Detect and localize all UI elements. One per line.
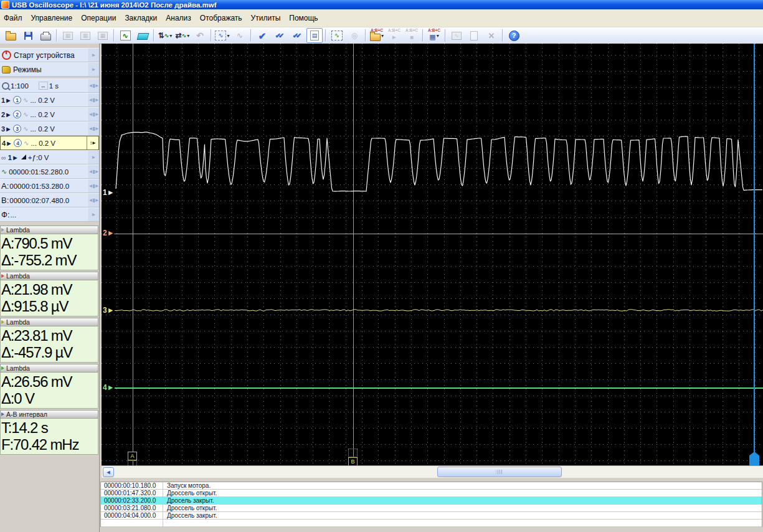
expand-arrow-icon[interactable]: ► (87, 151, 99, 164)
row-value[interactable]: 00000:02:07.480.0 (9, 197, 69, 204)
window-title: USB Oscilloscope - I:\ \21 июня 2014\О2 … (12, 1, 217, 9)
menu-item-Операции[interactable]: Операции (77, 12, 121, 24)
event-row-4[interactable]: 00000:03:21.080.0Дроссель открыт. (101, 505, 762, 512)
position-cursor-line[interactable] (754, 44, 755, 465)
channel-badge-icon[interactable]: 4 (14, 139, 22, 147)
event-row-3[interactable]: 00000:02:33.200.0Дросель закрыт. (101, 497, 762, 505)
sidebar-row-marker-a-time[interactable]: A:00000:01:53.280.0◄▮► (0, 179, 99, 193)
accept-next-button[interactable]: ✔✔ (289, 28, 305, 43)
waveform-traces (102, 44, 763, 465)
panel-header[interactable]: Lambda (0, 364, 98, 373)
event-time: 00000:02:33.200.0 (101, 497, 163, 504)
print-button[interactable] (37, 28, 54, 43)
dropdown-arrow-icon[interactable]: ▾ (227, 33, 229, 39)
channel-adjust-icon[interactable]: ◄▮► (87, 108, 99, 121)
oscilloscope-display[interactable]: 1►2►3►4►AB (102, 44, 763, 465)
event-row-6[interactable] (101, 520, 762, 527)
menu-item-Утилиты[interactable]: Утилиты (247, 12, 286, 24)
marker-a-handle[interactable] (128, 460, 137, 465)
menu-item-Управление[interactable]: Управление (27, 12, 78, 24)
trigger-slope-icon[interactable] (21, 154, 26, 159)
menu-item-Файл[interactable]: Файл (0, 12, 27, 24)
marker-b-label[interactable]: B (348, 457, 358, 465)
channel-adjust-icon[interactable]: ◄▮► (87, 122, 99, 135)
channel-adjust-icon[interactable]: ↕► (87, 136, 98, 150)
adjust-arrows-icon[interactable]: ◄▮► (87, 194, 99, 207)
abc-panel-button[interactable]: ▦A:B+C▾ (426, 28, 442, 43)
marker-a-label[interactable]: A (128, 452, 137, 460)
expand-arrow-icon[interactable]: ► (87, 49, 99, 62)
expand-arrow-icon[interactable]: ► (87, 63, 99, 76)
channel-adjust-icon[interactable]: ◄▮► (87, 93, 99, 107)
time-per-div[interactable]: 1 s (49, 82, 59, 90)
measure-panel-4: LambdaA:26.56 mVΔ:0 V (0, 364, 98, 409)
scroll-left-button[interactable]: ◄ (103, 467, 114, 477)
scroll-thumb[interactable] (437, 467, 562, 477)
menu-item-Анализ[interactable]: Анализ (162, 12, 196, 24)
sidebar-row-channel-1[interactable]: 1►1∿... 0.2 V◄▮► (0, 93, 99, 107)
dropdown-arrow-icon[interactable]: ▾ (169, 33, 172, 39)
channel-scale[interactable]: ... 0.2 V (30, 125, 55, 133)
sidebar-row-channel-3[interactable]: 3►3∿... 0.2 V◄▮► (0, 121, 99, 136)
channel-badge-icon[interactable]: 3 (13, 125, 21, 133)
help-button[interactable]: ? (506, 28, 522, 43)
dropdown-arrow-icon[interactable]: ▾ (437, 33, 439, 39)
abc-open-button[interactable]: A:B+C▾ (369, 28, 385, 43)
open-file-button[interactable] (2, 28, 19, 43)
event-row-2[interactable]: 00000:01:47.320.0Дроссель открыт. (101, 490, 762, 497)
sidebar-row-start-device[interactable]: Старт устройства► (0, 48, 99, 62)
trigger-level[interactable]: +ƒ:0 V (28, 154, 49, 161)
expand-arrow-icon[interactable]: ► (87, 208, 99, 221)
menu-item-Помощь[interactable]: Помощь (285, 12, 323, 24)
checklist-button[interactable]: ▤ (306, 28, 323, 43)
menu-item-Закладки[interactable]: Закладки (121, 12, 162, 24)
channel-badge-icon[interactable]: 2 (13, 110, 21, 118)
adjust-arrows-icon[interactable]: ◄▮► (87, 79, 99, 92)
menu-item-Отображать[interactable]: Отображать (196, 12, 247, 24)
sidebar-row-sweep-time[interactable]: ∿00000:01:52.280.0◄▮► (0, 164, 99, 179)
select-region-button[interactable]: ∿ (329, 28, 345, 43)
single-capture-button[interactable]: ∿ (117, 28, 133, 43)
adjust-arrows-icon[interactable]: ◄▮► (87, 179, 99, 192)
panel-header[interactable]: Lambda (0, 272, 98, 280)
abc-open-icon (370, 34, 381, 41)
channel-3-noise-trace (115, 310, 763, 311)
pan-tool-button[interactable] (135, 28, 151, 43)
panel-header[interactable]: A-B интервал (0, 410, 98, 419)
dropdown-arrow-icon[interactable]: ▾ (187, 33, 189, 39)
sidebar-row-phase-row[interactable]: Ф:...► (0, 207, 99, 222)
sidebar-row-modes[interactable]: Режимы► (0, 62, 99, 77)
channel-4-marker[interactable]: 4► (103, 383, 115, 392)
accept-all-button[interactable]: ✔✔ (272, 28, 288, 43)
vertical-scale-button[interactable]: ⇅▾ (157, 28, 173, 43)
horizontal-scale-button[interactable]: ⇄▾ (174, 28, 191, 43)
channel-badge-icon[interactable]: 1 (13, 96, 21, 104)
event-row-5[interactable]: 00000:04:04.000.0Дроссель закрыт. (101, 512, 762, 520)
channel-scale[interactable]: ... 0.2 V (30, 97, 55, 104)
channel-scale[interactable]: ... 0.2 V (31, 140, 55, 147)
channel-2-marker[interactable]: 2► (103, 229, 115, 237)
row-value[interactable]: 00000:01:53.280.0 (9, 183, 69, 190)
save-file-button[interactable] (20, 28, 36, 43)
sidebar-row-marker-b-time[interactable]: B:00000:02:07.480.0◄▮► (0, 193, 99, 207)
sidebar-row-channel-2[interactable]: 2►2∿... 0.2 V◄▮► (0, 107, 99, 121)
panel-header[interactable]: Lambda (0, 318, 98, 326)
abc-stop-icon: ■ (410, 34, 414, 40)
adjust-arrows-icon[interactable]: ◄▮► (87, 165, 99, 178)
channel-1-marker[interactable]: 1► (103, 188, 115, 197)
event-row-1[interactable]: 00000:00:10.180.0Запуск мотора. (101, 482, 762, 490)
measure-overlay-button[interactable]: ∿▾ (214, 28, 230, 43)
marker-b-handle[interactable] (348, 449, 358, 457)
accept-button[interactable]: ✔ (254, 28, 270, 43)
panel-header[interactable]: Lambda (0, 226, 98, 234)
chart-view-icon: ∿ (452, 32, 462, 40)
row-value[interactable]: ... (11, 211, 17, 219)
channel-3-marker[interactable]: 3► (103, 306, 115, 315)
dropdown-arrow-icon[interactable]: ▾ (381, 33, 384, 39)
sidebar-row-scale-row[interactable]: 1:100↔1 s◄▮► (0, 78, 99, 93)
sidebar-row-channel-4[interactable]: 4►4∿... 0.2 V↕► (0, 136, 99, 150)
sidebar-row-trigger-row[interactable]: ∞1►+ƒ:0 V► (0, 150, 99, 164)
zoom-ratio[interactable]: 1:100 (11, 82, 29, 90)
row-value[interactable]: 00000:01:52.280.0 (9, 168, 69, 176)
channel-scale[interactable]: ... 0.2 V (30, 111, 55, 118)
